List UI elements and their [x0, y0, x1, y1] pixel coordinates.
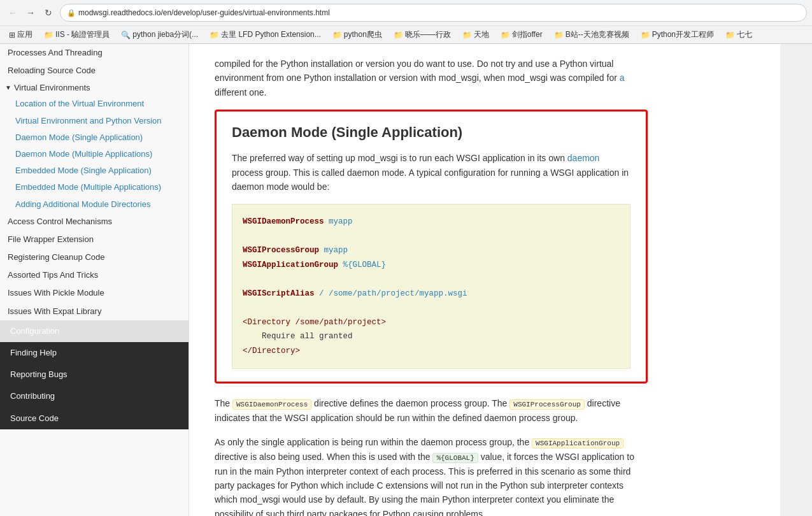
sidebar-item-venv-python[interactable]: Virtual Environment and Python Version	[15, 113, 189, 129]
folder-icon: 📁	[725, 31, 735, 39]
sidebar-item-access-control[interactable]: Access Control Mechanisms	[0, 213, 189, 231]
p2-code1: WSGIDaemonProcess	[232, 399, 311, 410]
p2-code2: WSGIProcessGroup	[509, 399, 585, 410]
bookmark-label: IIS - 驗證管理員	[55, 29, 110, 40]
bookmark-apps[interactable]: ⊞ 应用	[5, 28, 36, 41]
sidebar-footer-contributing[interactable]: Contributing	[0, 385, 189, 407]
bookmark-jianzhi[interactable]: 📁 剑指offer	[497, 28, 546, 41]
search-icon: 🔍	[121, 31, 131, 39]
sidebar-sub-virtual-env: Location of the Virtual Environment Virt…	[0, 96, 189, 212]
bookmark-label: 天地	[474, 29, 489, 40]
sidebar-item-expat[interactable]: Issues With Expat Library	[0, 303, 189, 320]
right-margin	[780, 44, 812, 516]
sidebar-footer-configuration[interactable]: Configuration	[0, 320, 189, 342]
daemon-mode-title: Daemon Mode (Single Application)	[232, 124, 630, 141]
bookmark-label: 应用	[17, 29, 32, 40]
bookmark-label: 去里 LFD Python Extension...	[221, 29, 321, 40]
sidebar-footer-source-code[interactable]: Source Code	[0, 408, 189, 429]
forward-button[interactable]: →	[23, 5, 38, 20]
folder-icon: 📁	[641, 31, 650, 39]
folder-icon: 📁	[210, 31, 219, 39]
paragraph3: As only the single application is being …	[215, 435, 648, 516]
reload-button[interactable]: ↻	[41, 5, 56, 20]
bookmark-label: B站--天池竞赛视频	[566, 29, 629, 40]
sidebar: Processes And Threading Reloading Source…	[0, 44, 189, 516]
sidebar-footer: Configuration Finding Help Reporting Bug…	[0, 320, 189, 429]
daemon-mode-section: Daemon Mode (Single Application) The pre…	[215, 110, 648, 383]
bookmark-label: 晓乐——行政	[405, 29, 451, 40]
p2-text2: directive defines the daemon process gro…	[311, 398, 509, 408]
bookmarks-bar: ⊞ 应用 📁 IIS - 驗證管理員 🔍 python jieba分词(... …	[0, 25, 812, 43]
bookmark-qiqi[interactable]: 📁 七七	[722, 28, 756, 41]
folder-icon: 📁	[501, 31, 510, 39]
sidebar-section-virtual-env[interactable]: ▼ Virtual Environments	[0, 80, 189, 96]
apps-icon: ⊞	[9, 31, 15, 39]
intro-paragraph: compiled for the Python installation or …	[215, 57, 648, 99]
bookmark-label: python jieba分词(...	[132, 29, 198, 40]
url-text: modwsgi.readthedocs.io/en/develop/user-g…	[78, 8, 330, 17]
sidebar-item-tips[interactable]: Assorted Tips And Tricks	[0, 266, 189, 284]
daemon-mode-paragraph1: The preferred way of setting up mod_wsgi…	[232, 151, 630, 194]
bookmark-crawler[interactable]: 📁 python爬虫	[329, 28, 386, 41]
lock-icon: 🔒	[67, 9, 76, 17]
intro-link[interactable]: a	[620, 73, 625, 83]
folder-icon: 📁	[394, 31, 403, 39]
bookmark-python-dev[interactable]: 📁 Python开发工程师	[637, 28, 718, 41]
bookmark-jieba[interactable]: 🔍 python jieba分词(...	[117, 28, 202, 41]
browser-toolbar: ← → ↻ 🔒 modwsgi.readthedocs.io/en/develo…	[0, 0, 812, 25]
browser-chrome: ← → ↻ 🔒 modwsgi.readthedocs.io/en/develo…	[0, 0, 812, 44]
bookmark-bilibili[interactable]: 📁 B站--天池竞赛视频	[550, 28, 633, 41]
sidebar-footer-finding-help[interactable]: Finding Help	[0, 342, 189, 364]
content-inner: compiled for the Python installation or …	[189, 44, 673, 516]
section-label: Virtual Environments	[14, 83, 90, 92]
sidebar-item-location[interactable]: Location of the Virtual Environment	[15, 96, 189, 112]
daemon-link[interactable]: daemon	[567, 153, 600, 163]
bookmark-label: 七七	[737, 29, 752, 40]
sidebar-item-module-dirs[interactable]: Adding Additional Module Directories	[15, 196, 189, 213]
sidebar-footer-reporting-bugs[interactable]: Reporting Bugs	[0, 364, 189, 385]
p2-text1: The	[215, 398, 232, 408]
back-button[interactable]: ←	[5, 5, 20, 20]
sidebar-item-file-wrapper[interactable]: File Wrapper Extension	[0, 231, 189, 248]
sidebar-item-cleanup[interactable]: Registering Cleanup Code	[0, 248, 189, 266]
bookmark-tiandi[interactable]: 📁 天地	[459, 28, 493, 41]
content-area: compiled for the Python installation or …	[189, 44, 780, 516]
bookmark-label: Python开发工程师	[652, 29, 714, 40]
bookmark-python-ext[interactable]: 📁 去里 LFD Python Extension...	[206, 28, 325, 41]
sidebar-item-daemon-multi[interactable]: Daemon Mode (Multiple Applications)	[15, 146, 189, 162]
bookmark-label: 剑指offer	[512, 29, 543, 40]
sidebar-item-reloading[interactable]: Reloading Source Code	[0, 62, 189, 80]
paragraph2: The WSGIDaemonProcess directive defines …	[215, 396, 648, 425]
bookmark-xiaole[interactable]: 📁 晓乐——行政	[390, 28, 455, 41]
sidebar-item-processes[interactable]: Processes And Threading	[0, 44, 189, 62]
p3-code2: %{GLOBAL}	[432, 453, 478, 463]
sidebar-item-daemon-single[interactable]: Daemon Mode (Single Application)	[15, 129, 189, 146]
folder-icon: 📁	[554, 31, 564, 39]
main-layout: Processes And Threading Reloading Source…	[0, 44, 812, 516]
folder-icon: 📁	[332, 31, 342, 39]
sidebar-item-pickle[interactable]: Issues With Pickle Module	[0, 284, 189, 302]
sidebar-item-embedded-single[interactable]: Embedded Mode (Single Application)	[15, 162, 189, 179]
nav-buttons: ← → ↻	[5, 5, 56, 20]
code-block: WSGIDaemonProcess myapp WSGIProcessGroup…	[232, 204, 630, 369]
bookmark-label: python爬虫	[344, 29, 382, 40]
address-bar[interactable]: 🔒 modwsgi.readthedocs.io/en/develop/user…	[60, 4, 807, 22]
sidebar-item-embedded-multi[interactable]: Embedded Mode (Multiple Applications)	[15, 179, 189, 196]
folder-icon: 📁	[462, 31, 472, 39]
folder-icon: 📁	[44, 31, 53, 39]
p3-code1: WSGIApplicationGroup	[532, 438, 623, 448]
collapse-arrow: ▼	[5, 84, 11, 91]
bookmark-iis[interactable]: 📁 IIS - 驗證管理員	[40, 28, 113, 41]
